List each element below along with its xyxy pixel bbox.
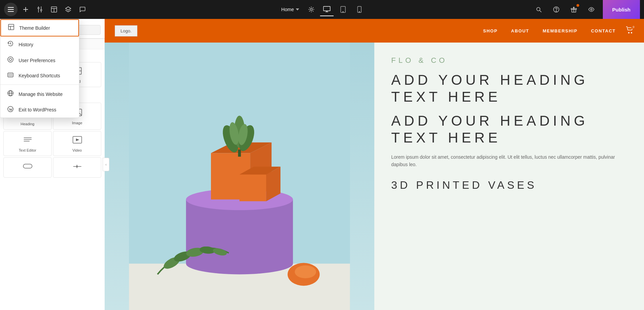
- video-widget-icon: [73, 136, 82, 146]
- text-editor-widget-icon: [23, 136, 32, 146]
- site-navigation: Logo. SHOP ABOUT MEMBERSHIP CONTACT 0: [105, 19, 644, 43]
- svg-text:W: W: [9, 107, 13, 111]
- top-toolbar: Home: [0, 0, 644, 19]
- widget-text-editor[interactable]: Text Editor: [3, 131, 52, 156]
- svg-rect-31: [8, 24, 14, 30]
- dropdown-item-history[interactable]: History: [0, 36, 79, 52]
- nav-link-contact: CONTACT: [591, 28, 616, 33]
- comments-button[interactable]: [76, 3, 88, 16]
- add-element-button[interactable]: [20, 3, 32, 16]
- svg-point-22: [359, 11, 360, 12]
- site-text-column: FLO & CO ADD YOUR HEADING TEXT HERE ADD …: [374, 43, 644, 310]
- svg-point-23: [537, 7, 540, 11]
- svg-rect-2: [8, 11, 14, 12]
- brand-name: FLO & CO: [391, 56, 627, 65]
- left-panel: Theme Builder History: [0, 19, 105, 310]
- svg-point-37: [9, 58, 12, 61]
- svg-rect-1: [8, 9, 14, 10]
- canvas-area: Logo. SHOP ABOUT MEMBERSHIP CONTACT 0: [105, 19, 644, 310]
- notification-dot: [576, 4, 579, 7]
- customize-button[interactable]: [34, 3, 46, 16]
- button-widget-icon: [23, 162, 32, 171]
- hamburger-dropdown-menu: Theme Builder History: [0, 19, 79, 118]
- widget-label: Image: [72, 121, 82, 125]
- toolbar-center: Home: [278, 3, 366, 16]
- nav-link-shop: SHOP: [483, 28, 498, 33]
- nav-links: SHOP ABOUT MEMBERSHIP CONTACT: [483, 28, 616, 33]
- svg-marker-70: [76, 164, 78, 169]
- main-layout: Theme Builder History: [0, 19, 644, 310]
- svg-point-20: [343, 11, 344, 12]
- dropdown-item-label: Keyboard Shortcuts: [19, 73, 60, 78]
- tablet-view-button[interactable]: [337, 3, 350, 16]
- dropdown-item-keyboard-shortcuts[interactable]: Keyboard Shortcuts: [0, 68, 79, 83]
- site-heading-2: ADD YOUR HEADING TEXT HERE: [391, 112, 627, 147]
- dropdown-item-exit-wordpress[interactable]: W Exit to WordPress: [0, 102, 79, 118]
- user-preferences-icon: [7, 56, 14, 64]
- svg-point-96: [295, 265, 316, 278]
- dropdown-item-label: User Preferences: [19, 58, 55, 63]
- toolbar-left: [4, 3, 88, 16]
- svg-point-26: [556, 11, 557, 11]
- mobile-view-button[interactable]: [353, 3, 366, 16]
- svg-point-72: [631, 32, 632, 33]
- history-icon: [7, 41, 14, 48]
- svg-point-15: [311, 8, 313, 10]
- svg-rect-0: [8, 7, 14, 8]
- toolbar-right: Publish: [533, 0, 640, 19]
- preview-button[interactable]: [585, 3, 597, 16]
- svg-rect-89: [238, 150, 241, 157]
- site-heading-1: ADD YOUR HEADING TEXT HERE: [391, 72, 627, 106]
- cart-count: 0: [631, 25, 636, 29]
- site-hero-image: [105, 43, 374, 310]
- svg-marker-67: [76, 138, 79, 141]
- widget-label: Heading: [21, 122, 34, 126]
- dropdown-item-label: Manage this Website: [19, 92, 62, 97]
- svg-marker-14: [65, 7, 71, 10]
- svg-rect-68: [23, 164, 32, 168]
- widget-label: Text Editor: [19, 148, 36, 152]
- nav-link-about: ABOUT: [511, 28, 529, 33]
- nav-link-membership: MEMBERSHIP: [543, 28, 578, 33]
- svg-rect-16: [324, 6, 330, 11]
- layers-button[interactable]: [62, 3, 74, 16]
- divider-widget-icon: [73, 162, 82, 171]
- svg-point-36: [8, 57, 13, 62]
- svg-point-30: [590, 9, 592, 10]
- manage-website-icon: [7, 90, 14, 98]
- svg-line-24: [540, 10, 541, 12]
- site-sub-heading: 3D PRINTED VASES: [391, 178, 627, 192]
- widget-video[interactable]: Video: [53, 131, 101, 156]
- svg-line-35: [10, 44, 11, 44]
- dropdown-item-user-preferences[interactable]: User Preferences: [0, 52, 79, 68]
- widget-divider[interactable]: [53, 157, 101, 178]
- dropdown-item-label: History: [19, 42, 33, 47]
- plant-illustration-svg: [105, 43, 374, 310]
- wordpress-icon: W: [7, 106, 14, 113]
- publish-button[interactable]: Publish: [603, 0, 640, 19]
- page-selector-dropdown[interactable]: Home: [278, 5, 302, 14]
- dropdown-divider: [0, 84, 79, 85]
- widget-button[interactable]: [3, 157, 52, 178]
- dropdown-item-manage-website[interactable]: Manage this Website: [0, 86, 79, 102]
- cart-icon: 0: [626, 26, 634, 35]
- templates-button[interactable]: [48, 3, 60, 16]
- dropdown-item-label: Theme Builder: [19, 25, 50, 31]
- hamburger-menu-button[interactable]: [4, 3, 18, 16]
- search-button[interactable]: [533, 3, 545, 16]
- widget-label: Video: [73, 148, 82, 152]
- keyboard-icon: [7, 72, 14, 79]
- desktop-view-button[interactable]: [320, 3, 334, 16]
- svg-point-71: [628, 32, 629, 33]
- site-body-text: Lorem ipsum dolor sit amet, consectetur …: [391, 153, 627, 169]
- dropdown-item-theme-builder[interactable]: Theme Builder: [0, 19, 79, 36]
- svg-rect-81: [240, 175, 266, 201]
- page-settings-button[interactable]: [305, 3, 318, 16]
- gift-button[interactable]: [568, 3, 580, 16]
- site-content: FLO & CO ADD YOUR HEADING TEXT HERE ADD …: [105, 43, 644, 310]
- help-button[interactable]: [550, 3, 562, 16]
- dropdown-item-label: Exit to WordPress: [19, 107, 56, 112]
- panel-collapse-button[interactable]: ‹: [103, 158, 109, 171]
- svg-point-5: [38, 7, 39, 9]
- current-page-label: Home: [281, 7, 294, 12]
